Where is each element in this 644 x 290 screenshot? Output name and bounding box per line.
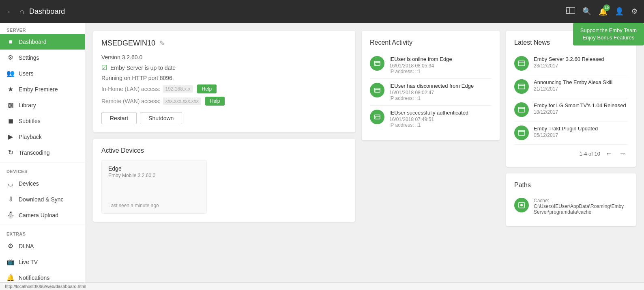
act-title-1: IEUser has disconnected from Edge <box>389 83 474 89</box>
checkbox-icon: ☑ <box>101 64 107 71</box>
device-app: Emby Mobile 3.2.60.0 <box>108 173 200 178</box>
news-date-0: 23/12/2017 <box>534 63 604 69</box>
page-title: Dashboard <box>29 7 566 16</box>
wan-help-button[interactable]: Help <box>205 97 225 106</box>
news-item-3: Emby Trakt Plugin Updated 05/12/2017 <box>514 121 628 145</box>
restart-button[interactable]: Restart <box>101 112 137 124</box>
server-actions: Restart Shutdown <box>101 112 347 124</box>
sidebar-item-notifications[interactable]: 🔔 Notifications <box>0 270 85 282</box>
lan-value: 192.168.x.x <box>163 85 193 93</box>
subtitles-icon: ◼ <box>6 117 15 125</box>
sidebar-item-settings[interactable]: ⚙ Settings <box>0 50 85 65</box>
sidebar-item-transcoding[interactable]: ↻ Transcoding <box>0 145 85 160</box>
paths-card: Paths Cache: C:\Users\IEUser\AppData\Roa… <box>506 173 636 226</box>
wan-value: xxx.xxx.xxx.xxx <box>163 97 201 105</box>
settings-sidebar-icon: ⚙ <box>6 54 15 61</box>
svg-rect-2 <box>374 61 380 65</box>
library-icon: ▩ <box>6 101 15 109</box>
svg-rect-10 <box>518 107 525 112</box>
sidebar-label-dashboard: Dashboard <box>19 39 47 45</box>
sidebar-item-playback[interactable]: ▶ Playback <box>0 129 85 145</box>
search-icon[interactable]: 🔍 <box>582 7 591 16</box>
sidebar-item-dashboard[interactable]: ■ Dashboard <box>0 34 85 50</box>
news-date-1: 21/12/2017 <box>534 86 612 92</box>
sidebar-label-playback: Playback <box>19 134 42 140</box>
svg-rect-0 <box>566 8 575 13</box>
next-page-button[interactable]: → <box>617 149 628 159</box>
home-button[interactable]: ⌂ <box>19 7 24 16</box>
news-item-0: Emby Server 3.2.60 Released 23/12/2017 <box>514 52 628 75</box>
sidebar-item-subtitles[interactable]: ◼ Subtitles <box>0 113 85 129</box>
act-title-2: IEUser successfully authenticated <box>389 110 468 116</box>
devices-section-label: Devices <box>0 164 85 175</box>
dashboard-icon: ■ <box>6 38 15 45</box>
main-layout: Server ■ Dashboard ⚙ Settings 👥 Users ★ … <box>0 23 644 282</box>
act-title-0: IEUser is online from Edge <box>389 56 452 62</box>
sidebar-item-users[interactable]: 👥 Users <box>0 65 85 81</box>
profile-icon[interactable]: 👤 <box>615 7 624 16</box>
edit-server-icon[interactable]: ✎ <box>159 39 165 47</box>
svg-rect-6 <box>374 115 380 119</box>
news-content-3: Emby Trakt Plugin Updated 05/12/2017 <box>534 126 598 138</box>
sidebar-item-library[interactable]: ▩ Library <box>0 97 85 113</box>
left-panel: MSEDGEWIN10 ✎ Version 3.2.60.0 ☑ Emby Se… <box>93 31 355 274</box>
sidebar-label-library: Library <box>19 102 36 108</box>
live-tv-icon: 📺 <box>6 258 15 266</box>
news-title-0: Emby Server 3.2.60 Released <box>534 56 604 62</box>
news-item-1: Announcing The Emby Alexa Skill 21/12/20… <box>514 75 628 98</box>
activity-text-1: IEUser has disconnected from Edge 16/01/… <box>389 83 474 101</box>
http-port-text: Running on HTTP port 8096. <box>101 75 174 81</box>
lan-help-button[interactable]: Help <box>197 84 217 93</box>
star-icon: ★ <box>6 85 15 93</box>
prev-page-button[interactable]: ← <box>603 149 614 159</box>
devices-list: Edge Emby Mobile 3.2.60.0 Last seen a mi… <box>101 160 347 214</box>
users-icon: 👥 <box>6 69 15 77</box>
svg-point-5 <box>375 91 376 91</box>
active-devices-card: Active Devices Edge Emby Mobile 3.2.60.0… <box>93 139 355 222</box>
news-icon-1 <box>514 79 529 94</box>
sidebar-item-camera-upload[interactable]: ⛄ Camera Upload <box>0 207 85 223</box>
notifications-icon[interactable]: 🔔 10 <box>599 7 608 16</box>
wan-access-row: Remote (WAN) access: xxx.xxx.xxx.xxx Hel… <box>101 97 347 106</box>
sidebar-item-emby-premiere[interactable]: ★ Emby Premiere <box>0 81 85 97</box>
sidebar-label-download-sync: Download & Sync <box>19 196 64 203</box>
top-header: ← ⌂ Dashboard 🔍 🔔 10 👤 ⚙ <box>0 0 644 23</box>
activity-text-0: IEUser is online from Edge 16/01/2018 08… <box>389 56 452 74</box>
sidebar-item-live-tv[interactable]: 📺 Live TV <box>0 254 85 270</box>
activity-item-2: IEUser successfully authenticated 16/01/… <box>370 106 492 132</box>
extras-section-label: Extras <box>0 227 85 238</box>
wan-label: Remote (WAN) access: <box>101 98 161 104</box>
news-content-0: Emby Server 3.2.60 Released 23/12/2017 <box>534 56 604 69</box>
shutdown-button[interactable]: Shutdown <box>140 112 182 124</box>
cast-icon[interactable] <box>566 7 575 16</box>
news-title-3: Emby Trakt Plugin Updated <box>534 126 598 132</box>
sidebar-item-devices[interactable]: ◡ Devices <box>0 175 85 191</box>
sidebar-item-download-sync[interactable]: ⇩ Download & Sync <box>0 191 85 207</box>
news-date-2: 18/12/2017 <box>534 109 626 115</box>
news-content-1: Announcing The Emby Alexa Skill 21/12/20… <box>534 79 612 92</box>
back-button[interactable]: ← <box>6 7 15 16</box>
sidebar-item-dlna[interactable]: ⚙ DLNA <box>0 238 85 254</box>
lan-access-row: In-Home (LAN) access: 192.168.x.x Help <box>101 84 347 93</box>
up-to-date-text: Emby Server is up to date <box>110 65 176 71</box>
news-pagination: 1-4 of 10 ← → <box>514 149 628 159</box>
svg-rect-8 <box>518 61 525 66</box>
playback-icon: ▶ <box>6 133 15 141</box>
activity-card: Recent Activity IEUser is online from Ed… <box>362 31 500 140</box>
sidebar-label-notifications: Notifications <box>19 275 49 281</box>
sidebar-divider-1 <box>0 162 85 162</box>
act-ip-0: IP address: ::1 <box>389 69 452 74</box>
support-button[interactable]: Support the Emby Team Enjoy Bonus Featur… <box>573 23 644 45</box>
svg-rect-4 <box>374 88 380 92</box>
notification-badge: 10 <box>603 4 610 11</box>
status-bar: http://localhost:8096/web/dashboard.html <box>0 282 644 290</box>
sidebar-divider-2 <box>0 225 85 225</box>
pagination-text: 1-4 of 10 <box>580 151 600 157</box>
settings-icon[interactable]: ⚙ <box>631 7 638 16</box>
server-name: MSEDGEWIN10 <box>101 39 155 48</box>
version-row: Version 3.2.60.0 <box>101 54 347 61</box>
sidebar: Server ■ Dashboard ⚙ Settings 👥 Users ★ … <box>0 23 85 282</box>
svg-point-3 <box>375 64 376 65</box>
device-name: Edge <box>108 165 200 172</box>
devices-icon: ◡ <box>6 180 15 187</box>
